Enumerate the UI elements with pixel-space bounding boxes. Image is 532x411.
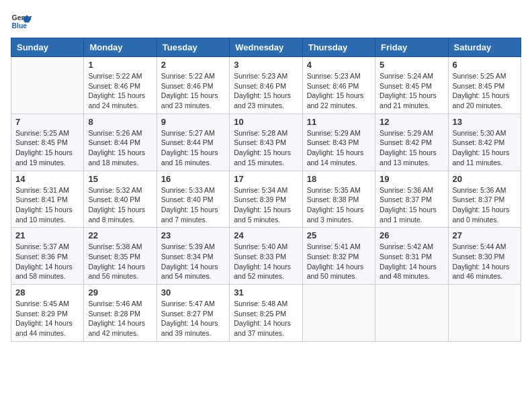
day-info: Sunrise: 5:27 AMSunset: 8:44 PMDaylight:… [161,128,225,168]
calendar-cell: 29Sunrise: 5:46 AMSunset: 8:28 PMDayligh… [84,285,157,342]
day-number: 6 [453,60,517,70]
column-header-friday: Friday [375,38,448,57]
day-number: 12 [380,117,443,127]
calendar-week-2: 7Sunrise: 5:25 AMSunset: 8:45 PMDaylight… [11,113,521,171]
calendar-week-1: 1Sunrise: 5:22 AMSunset: 8:46 PMDaylight… [11,57,521,114]
day-info: Sunrise: 5:31 AMSunset: 8:41 PMDaylight:… [15,185,79,225]
day-info: Sunrise: 5:29 AMSunset: 8:43 PMDaylight:… [307,128,371,168]
calendar-cell: 7Sunrise: 5:25 AMSunset: 8:45 PMDaylight… [11,113,84,171]
calendar-cell: 8Sunrise: 5:26 AMSunset: 8:44 PMDaylight… [84,113,157,171]
calendar-cell: 24Sunrise: 5:40 AMSunset: 8:33 PMDayligh… [230,228,302,285]
calendar-cell: 2Sunrise: 5:22 AMSunset: 8:46 PMDaylight… [157,57,229,114]
day-number: 29 [88,287,152,298]
day-info: Sunrise: 5:37 AMSunset: 8:36 PMDaylight:… [15,242,79,281]
day-number: 20 [453,174,517,184]
day-info: Sunrise: 5:23 AMSunset: 8:46 PMDaylight:… [307,71,371,111]
calendar-cell: 30Sunrise: 5:47 AMSunset: 8:27 PMDayligh… [157,285,229,342]
calendar-header-row: SundayMondayTuesdayWednesdayThursdayFrid… [11,38,521,57]
day-info: Sunrise: 5:24 AMSunset: 8:45 PMDaylight:… [380,71,443,111]
day-info: Sunrise: 5:26 AMSunset: 8:44 PMDaylight:… [88,128,152,168]
day-number: 22 [88,230,152,240]
day-info: Sunrise: 5:38 AMSunset: 8:35 PMDaylight:… [88,242,152,281]
calendar-cell [302,285,375,342]
calendar-cell: 19Sunrise: 5:36 AMSunset: 8:37 PMDayligh… [375,171,448,228]
calendar-week-3: 14Sunrise: 5:31 AMSunset: 8:41 PMDayligh… [11,171,521,228]
calendar-table: SundayMondayTuesdayWednesdayThursdayFrid… [11,38,521,342]
calendar-cell: 5Sunrise: 5:24 AMSunset: 8:45 PMDaylight… [375,57,448,114]
day-number: 2 [161,60,225,70]
calendar-cell: 15Sunrise: 5:32 AMSunset: 8:40 PMDayligh… [84,171,157,228]
day-info: Sunrise: 5:46 AMSunset: 8:28 PMDaylight:… [88,299,152,338]
calendar-cell: 28Sunrise: 5:45 AMSunset: 8:29 PMDayligh… [11,285,84,342]
calendar-cell: 11Sunrise: 5:29 AMSunset: 8:43 PMDayligh… [302,113,375,171]
calendar-cell: 12Sunrise: 5:29 AMSunset: 8:42 PMDayligh… [375,113,448,171]
calendar-cell: 27Sunrise: 5:44 AMSunset: 8:30 PMDayligh… [448,228,521,285]
day-number: 15 [88,174,152,184]
day-info: Sunrise: 5:25 AMSunset: 8:45 PMDaylight:… [453,71,517,111]
day-number: 21 [15,230,79,240]
day-number: 16 [161,174,225,184]
day-info: Sunrise: 5:22 AMSunset: 8:46 PMDaylight:… [161,71,225,111]
day-number: 4 [307,60,371,70]
day-info: Sunrise: 5:28 AMSunset: 8:43 PMDaylight:… [234,128,298,168]
day-info: Sunrise: 5:29 AMSunset: 8:42 PMDaylight:… [380,128,443,168]
day-number: 11 [307,117,371,127]
column-header-tuesday: Tuesday [157,38,229,57]
calendar-cell: 23Sunrise: 5:39 AMSunset: 8:34 PMDayligh… [157,228,229,285]
day-info: Sunrise: 5:33 AMSunset: 8:40 PMDaylight:… [161,185,225,225]
logo-icon: General Blue [11,11,32,32]
day-number: 23 [161,230,225,240]
calendar-cell: 6Sunrise: 5:25 AMSunset: 8:45 PMDaylight… [448,57,521,114]
calendar-cell: 20Sunrise: 5:36 AMSunset: 8:37 PMDayligh… [448,171,521,228]
day-info: Sunrise: 5:22 AMSunset: 8:46 PMDaylight:… [88,71,152,111]
day-info: Sunrise: 5:36 AMSunset: 8:37 PMDaylight:… [380,185,443,225]
page-header: General Blue [11,11,521,32]
day-info: Sunrise: 5:41 AMSunset: 8:32 PMDaylight:… [307,242,371,281]
column-header-monday: Monday [84,38,157,57]
day-number: 19 [380,174,443,184]
calendar-cell: 9Sunrise: 5:27 AMSunset: 8:44 PMDaylight… [157,113,229,171]
calendar-cell: 3Sunrise: 5:23 AMSunset: 8:46 PMDaylight… [230,57,302,114]
calendar-cell: 14Sunrise: 5:31 AMSunset: 8:41 PMDayligh… [11,171,84,228]
day-number: 10 [234,117,298,127]
day-number: 24 [234,230,298,240]
day-info: Sunrise: 5:30 AMSunset: 8:42 PMDaylight:… [453,128,517,168]
day-number: 25 [307,230,371,240]
day-info: Sunrise: 5:40 AMSunset: 8:33 PMDaylight:… [234,242,298,281]
calendar-cell: 16Sunrise: 5:33 AMSunset: 8:40 PMDayligh… [157,171,229,228]
calendar-cell [11,57,84,114]
day-number: 27 [453,230,517,240]
day-info: Sunrise: 5:32 AMSunset: 8:40 PMDaylight:… [88,185,152,225]
calendar-cell: 25Sunrise: 5:41 AMSunset: 8:32 PMDayligh… [302,228,375,285]
day-info: Sunrise: 5:44 AMSunset: 8:30 PMDaylight:… [453,242,517,281]
logo: General Blue [11,11,32,32]
calendar-cell: 31Sunrise: 5:48 AMSunset: 8:25 PMDayligh… [230,285,302,342]
day-number: 13 [453,117,517,127]
day-info: Sunrise: 5:45 AMSunset: 8:29 PMDaylight:… [15,299,79,338]
calendar-week-5: 28Sunrise: 5:45 AMSunset: 8:29 PMDayligh… [11,285,521,342]
day-number: 14 [15,174,79,184]
column-header-wednesday: Wednesday [230,38,302,57]
calendar-cell: 22Sunrise: 5:38 AMSunset: 8:35 PMDayligh… [84,228,157,285]
day-info: Sunrise: 5:39 AMSunset: 8:34 PMDaylight:… [161,242,225,281]
calendar-cell [448,285,521,342]
calendar-cell: 4Sunrise: 5:23 AMSunset: 8:46 PMDaylight… [302,57,375,114]
calendar-cell: 26Sunrise: 5:42 AMSunset: 8:31 PMDayligh… [375,228,448,285]
svg-text:Blue: Blue [12,22,28,30]
day-number: 3 [234,60,298,70]
calendar-cell: 21Sunrise: 5:37 AMSunset: 8:36 PMDayligh… [11,228,84,285]
day-info: Sunrise: 5:34 AMSunset: 8:39 PMDaylight:… [234,185,298,225]
day-number: 28 [15,287,79,298]
day-info: Sunrise: 5:25 AMSunset: 8:45 PMDaylight:… [15,128,79,168]
day-number: 18 [307,174,371,184]
day-number: 30 [161,287,225,298]
day-info: Sunrise: 5:23 AMSunset: 8:46 PMDaylight:… [234,71,298,111]
day-info: Sunrise: 5:48 AMSunset: 8:25 PMDaylight:… [234,299,298,338]
day-info: Sunrise: 5:42 AMSunset: 8:31 PMDaylight:… [380,242,443,281]
calendar-cell [375,285,448,342]
day-info: Sunrise: 5:47 AMSunset: 8:27 PMDaylight:… [161,299,225,338]
day-info: Sunrise: 5:35 AMSunset: 8:38 PMDaylight:… [307,185,371,225]
calendar-cell: 13Sunrise: 5:30 AMSunset: 8:42 PMDayligh… [448,113,521,171]
day-number: 26 [380,230,443,240]
calendar-cell: 18Sunrise: 5:35 AMSunset: 8:38 PMDayligh… [302,171,375,228]
